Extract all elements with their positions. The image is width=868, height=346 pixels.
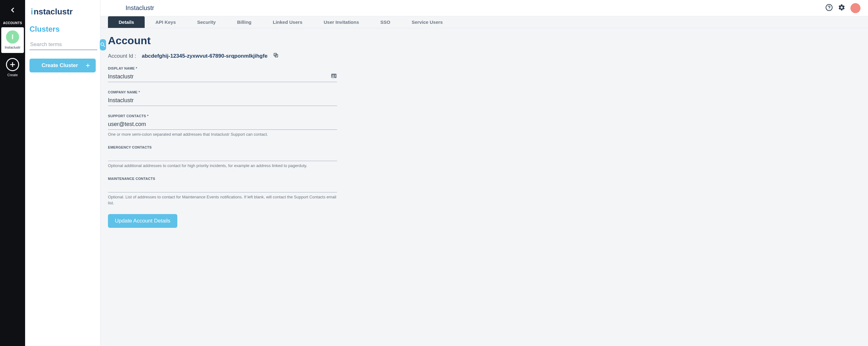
account-avatar-icon: I — [6, 30, 19, 43]
field-support-contacts: SUPPORT CONTACTS * One or more semi-colo… — [108, 114, 337, 137]
tab-sso[interactable]: SSO — [370, 16, 401, 28]
maintenance-contacts-input[interactable] — [108, 182, 337, 193]
emergency-contacts-help: Optional additional addresses to contact… — [108, 163, 337, 169]
rail-section-label: ACCOUNTS — [3, 21, 22, 25]
field-display-name: DISPLAY NAME * — [108, 66, 337, 82]
svg-point-5 — [829, 9, 829, 9]
field-emergency-contacts: EMERGENCY CONTACTS Optional additional a… — [108, 145, 337, 169]
brand-logo: instaclustr — [31, 7, 96, 16]
account-content: Account Account Id : abcdefghij-12345-zy… — [100, 28, 868, 346]
copy-account-id-button[interactable] — [273, 53, 279, 60]
sidebar: instaclustr Clusters Create Cluster — [25, 0, 100, 346]
topbar-title: Instaclustr — [126, 4, 154, 11]
nav-rail: ACCOUNTS I Instaclustr Create — [0, 0, 25, 346]
company-name-label: COMPANY NAME * — [108, 90, 337, 94]
logo-mark-icon: i — [31, 7, 33, 16]
maintenance-contacts-label: MAINTENANCE CONTACTS — [108, 177, 337, 180]
tab-linked-users[interactable]: Linked Users — [262, 16, 313, 28]
create-cluster-label: Create Cluster — [34, 62, 85, 69]
tab-billing[interactable]: Billing — [226, 16, 262, 28]
plus-icon — [85, 63, 91, 68]
emergency-contacts-label: EMERGENCY CONTACTS — [108, 145, 337, 149]
maintenance-contacts-help: Optional. List of addresses to contact f… — [108, 194, 337, 206]
support-contacts-input[interactable] — [108, 119, 337, 130]
rail-create-label: Create — [7, 73, 18, 77]
create-cluster-button[interactable]: Create Cluster — [30, 59, 96, 72]
account-id-value: abcdefghij-12345-zyxwvut-67890-srqponmlk… — [142, 53, 268, 59]
account-id-row: Account Id : abcdefghij-12345-zyxwvut-67… — [108, 53, 861, 60]
main: Instaclustr Details API Keys Security Bi… — [100, 0, 868, 346]
cluster-search-input[interactable] — [30, 39, 97, 50]
topbar: Instaclustr — [100, 0, 868, 16]
tab-details[interactable]: Details — [108, 16, 145, 28]
copy-icon — [273, 53, 279, 58]
gear-icon[interactable] — [838, 4, 845, 12]
logo-text: nstaclustr — [34, 7, 72, 16]
rail-account-item[interactable]: I Instaclustr — [1, 27, 24, 53]
account-tabs: Details API Keys Security Billing Linked… — [100, 16, 868, 28]
tab-api-keys[interactable]: API Keys — [145, 16, 186, 28]
tab-user-invitations[interactable]: User Invitations — [313, 16, 370, 28]
help-icon[interactable] — [825, 4, 833, 12]
back-chevron-icon[interactable] — [9, 6, 16, 14]
field-company-name: COMPANY NAME * — [108, 90, 337, 106]
cluster-search — [30, 39, 96, 50]
sidebar-title: Clusters — [30, 25, 96, 34]
field-maintenance-contacts: MAINTENANCE CONTACTS Optional. List of a… — [108, 177, 337, 206]
support-contacts-label: SUPPORT CONTACTS * — [108, 114, 337, 118]
topbar-actions — [825, 3, 861, 13]
user-avatar[interactable] — [850, 3, 861, 13]
account-id-label: Account Id : — [108, 53, 136, 59]
emergency-contacts-input[interactable] — [108, 150, 337, 161]
company-name-input[interactable] — [108, 95, 337, 106]
tab-service-users[interactable]: Service Users — [401, 16, 454, 28]
display-name-input[interactable] — [108, 71, 337, 82]
tab-security[interactable]: Security — [186, 16, 226, 28]
support-contacts-help: One or more semi-colon separated email a… — [108, 132, 337, 137]
update-account-button[interactable]: Update Account Details — [108, 214, 177, 228]
display-name-label: DISPLAY NAME * — [108, 66, 337, 70]
id-card-icon — [331, 73, 337, 80]
page-title: Account — [108, 34, 861, 47]
rail-create-button[interactable] — [6, 58, 19, 71]
rail-account-label: Instaclustr — [5, 45, 21, 49]
